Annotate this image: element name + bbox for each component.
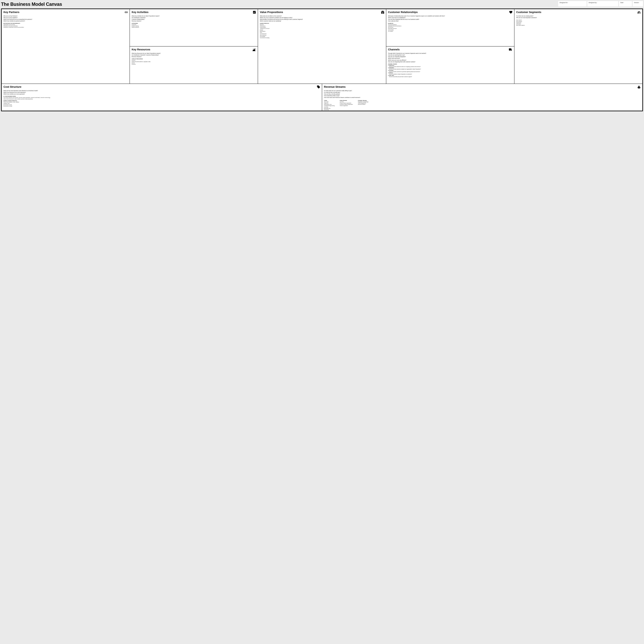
revenue-columns: types Asset saleUsage feeSubscription Fe… xyxy=(324,99,641,111)
line-item: Which ones are most cost-efficient? xyxy=(388,59,512,61)
meta-designed-for[interactable]: Designed for: xyxy=(558,1,587,6)
line-item: Automated Services xyxy=(388,28,512,29)
items: Personal assistanceDedicated Personal As… xyxy=(388,24,512,32)
line-item: Real-time-Market xyxy=(358,104,368,105)
line-item: Volume dependent xyxy=(340,105,353,106)
heart-icon xyxy=(509,10,513,14)
cell-title: Key Partners xyxy=(3,11,128,14)
line-item: Revenue Streams? xyxy=(132,56,256,57)
money-bag-icon xyxy=(637,85,641,89)
line-item: Which ones work best? xyxy=(388,58,512,59)
line-item: Brand/Status xyxy=(260,31,384,32)
line-item: Cost Driven (leanest cost structure, low… xyxy=(3,97,320,98)
line-item: How would they prefer to pay? xyxy=(324,95,641,96)
gift-icon xyxy=(381,10,384,14)
line-item: Self-Service xyxy=(388,27,512,28)
truck-icon xyxy=(509,48,513,51)
line-item: Economies of scope xyxy=(3,105,320,107)
questions: For what value are our customers really … xyxy=(324,90,641,98)
cell-title: Customer Relationships xyxy=(388,11,512,14)
items: Negotiation (bargaining)Yield Management… xyxy=(358,101,368,105)
line-item: Who are our key suppliers? xyxy=(3,17,128,18)
questions: Through which Channels do our Customer S… xyxy=(388,53,512,63)
line-item: What value do we deliver to the customer… xyxy=(260,15,384,17)
line-item: Which Key Activities are most expensive? xyxy=(3,93,320,95)
meta-designed-by[interactable]: Designed by: xyxy=(587,1,618,6)
items: Asset saleUsage feeSubscription FeesLend… xyxy=(324,101,335,110)
line-item: Product feature dependent xyxy=(340,103,353,104)
line-item: How costly are they? xyxy=(388,20,512,22)
cell-value-propositions: Value Propositions What value do we deli… xyxy=(258,9,386,84)
subhead: characteristics xyxy=(260,23,384,24)
cell-title: Key Activities xyxy=(132,11,256,14)
items: Cost Driven (leanest cost structure, low… xyxy=(3,97,320,100)
line-item: How are they currently paying? xyxy=(324,93,641,95)
line-item: For what do they currently pay? xyxy=(324,92,641,93)
svg-point-1 xyxy=(253,50,254,50)
phase: 4. DeliveryHow do we deliver a Value Pro… xyxy=(388,72,512,75)
cell-customer-segments: Customer Segments For whom are we creati… xyxy=(514,9,642,84)
line-item: Lending/Renting/Leasing xyxy=(324,105,335,106)
questions: What Key Resources do our Value Proposit… xyxy=(132,53,256,57)
line-item: Which ones have we established? xyxy=(388,17,512,18)
subhead: motivations for partnerships xyxy=(3,23,128,24)
questions: What Key Activities do our Value Proposi… xyxy=(132,15,256,22)
line-item: Fixed Costs (salaries, rents, utilities) xyxy=(3,101,320,103)
meta-boxes: Designed for: Designed by: Date: Version… xyxy=(558,1,643,6)
line-item: Multi-sided Platform xyxy=(516,25,641,26)
line-item: Yield Management xyxy=(358,103,368,104)
line-item: How are we reaching them now? xyxy=(388,54,512,56)
factory-icon xyxy=(252,48,256,51)
line-item: Brokerage fees xyxy=(324,108,335,109)
line-item: For whom are we creating value? xyxy=(516,15,641,17)
line-item: List Price xyxy=(340,101,353,103)
line-item: Newness xyxy=(260,24,384,25)
line-item: Risk Reduction xyxy=(260,35,384,36)
line-item: Usage fee xyxy=(324,103,335,104)
subhead: dynamic pricing xyxy=(358,100,368,101)
items: ProductionProblem SolvingPlatform/Networ… xyxy=(132,24,256,28)
cell-channels: Channels Through which Channels do our C… xyxy=(386,46,514,84)
line-item: Financial xyxy=(132,64,256,65)
line-item: Revenue streams? xyxy=(132,20,256,22)
line-item: Through which Channels do our Customer S… xyxy=(388,53,512,54)
line-item: Which Key Resources are we acquairing fr… xyxy=(3,19,128,20)
line-item: Variable costs xyxy=(3,103,320,104)
subhead: fixed pricing xyxy=(340,100,353,101)
cell-key-resources: Key Resources What Key Resources do our … xyxy=(130,46,258,84)
line-item: Physical xyxy=(132,60,256,61)
line-item: How much does each Revenue Stream contri… xyxy=(324,97,641,98)
line-item: Communities xyxy=(388,29,512,31)
line-item: Problem Solving xyxy=(132,25,256,27)
line-item: Human xyxy=(132,62,256,64)
phase: 5. After salesHow do we provide post-pur… xyxy=(388,75,512,77)
questions: For whom are we creating value?Who are o… xyxy=(516,15,641,18)
line-item: For what value are our customers really … xyxy=(324,90,641,91)
phase: 2. EvaluationHow do we help customers ev… xyxy=(388,67,512,70)
line-item: Who are our most important customers? xyxy=(516,17,641,18)
line-item: Convenience/Usability xyxy=(260,37,384,39)
items: Fixed Costs (salaries, rents, utilities)… xyxy=(3,101,320,107)
line-item: Reduction of risk and uncertainty xyxy=(3,25,128,27)
line-item: Price xyxy=(260,32,384,33)
meta-date[interactable]: Date: xyxy=(619,1,632,6)
line-item: Customer segment dependent xyxy=(340,104,353,105)
phases: 1. AwarenessHow do we raise awareness ab… xyxy=(388,65,512,77)
cell-customer-relationships: Customer Relationships What type of rela… xyxy=(386,9,514,46)
line-item: Cost Reduction xyxy=(260,33,384,35)
line-item: Our Distribution Channels? Customer Rela… xyxy=(132,54,256,56)
canvas-grid: Key Partners Who are our Key Partners?Wh… xyxy=(1,9,643,111)
meta-version[interactable]: Version: xyxy=(633,1,643,6)
line-item: Our Distribution Channels? xyxy=(132,17,256,18)
line-item: Mass Market xyxy=(516,19,641,21)
line-item: Asset sale xyxy=(324,101,335,103)
line-item: What Key Activities do our Value Proposi… xyxy=(132,15,256,17)
line-item: Which Key Activities do partners perform… xyxy=(3,20,128,22)
cell-cost-structure: Cost Structure What are the most importa… xyxy=(2,84,322,111)
header: The Business Model Canvas Designed for: … xyxy=(1,1,643,7)
line-item: Which Key Resources are most expensive? xyxy=(3,92,320,93)
subhead: channel phases xyxy=(388,64,512,65)
line-item: Acquisition of particular resources and … xyxy=(3,27,128,28)
line-item: Design xyxy=(260,29,384,31)
people-icon xyxy=(637,10,641,14)
